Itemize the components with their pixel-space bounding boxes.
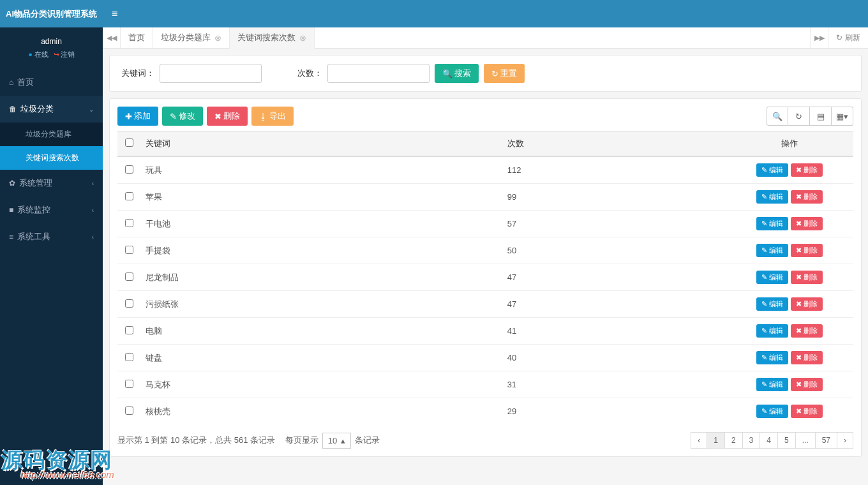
hamburger-icon[interactable]: ≡ bbox=[112, 8, 117, 20]
row-delete-button[interactable]: ✖删除 bbox=[791, 378, 823, 391]
nav-sysmon[interactable]: ■系统监控 ‹ bbox=[0, 197, 103, 223]
nav-garbage[interactable]: 🗑垃圾分类 ⌄ bbox=[0, 96, 103, 123]
page-‹[interactable]: ‹ bbox=[691, 432, 707, 449]
subnav-garbage-bank[interactable]: 垃圾分类题库 bbox=[0, 123, 103, 146]
reset-button[interactable]: ↻重置 bbox=[484, 64, 525, 83]
page-›[interactable]: › bbox=[837, 432, 853, 449]
page-57[interactable]: 57 bbox=[815, 432, 837, 449]
row-edit-button[interactable]: ✎编辑 bbox=[756, 378, 788, 391]
toolbar-search-icon[interactable]: 🔍 bbox=[767, 107, 788, 126]
tab-scroll-right[interactable]: ▶▶ bbox=[810, 27, 828, 48]
row-checkbox[interactable] bbox=[125, 219, 133, 227]
search-panel: 关键词： 次数： 🔍搜索 ↻重置 bbox=[109, 55, 862, 92]
export-button[interactable]: ⭳导出 bbox=[251, 107, 294, 126]
page-1[interactable]: 1 bbox=[707, 432, 725, 449]
row-edit-button[interactable]: ✎编辑 bbox=[756, 297, 788, 311]
nav-sysmgmt[interactable]: ✿系统管理 ‹ bbox=[0, 170, 103, 197]
cell-count: 40 bbox=[502, 345, 726, 371]
cell-keyword: 电脑 bbox=[140, 318, 502, 345]
cell-count: 47 bbox=[502, 291, 726, 318]
select-all-checkbox[interactable] bbox=[125, 138, 133, 147]
row-checkbox[interactable] bbox=[125, 272, 133, 281]
row-delete-button[interactable]: ✖删除 bbox=[791, 244, 823, 257]
keyword-input[interactable] bbox=[160, 64, 262, 83]
row-delete-button[interactable]: ✖删除 bbox=[791, 163, 823, 177]
row-delete-button[interactable]: ✖删除 bbox=[791, 351, 823, 364]
chevron-left-icon: ‹ bbox=[92, 234, 94, 241]
th-keyword[interactable]: 关键词 bbox=[140, 131, 502, 157]
close-icon: ✖ bbox=[796, 380, 802, 389]
cell-keyword: 干电池 bbox=[140, 211, 502, 237]
page-3[interactable]: 3 bbox=[742, 432, 761, 449]
subnav-keyword-count[interactable]: 关键词搜索次数 bbox=[0, 146, 103, 170]
close-icon: ✖ bbox=[796, 166, 802, 174]
close-icon[interactable]: ⊗ bbox=[299, 33, 306, 43]
delete-button[interactable]: ✖删除 bbox=[207, 107, 248, 126]
close-icon: ✖ bbox=[796, 220, 802, 228]
row-checkbox[interactable] bbox=[125, 299, 133, 308]
page-size-suffix: 条记录 bbox=[355, 435, 380, 446]
tab-garbage-bank[interactable]: 垃圾分类题库⊗ bbox=[153, 27, 230, 48]
toolbar-toggle-icon[interactable]: ▤ bbox=[810, 107, 832, 126]
row-edit-button[interactable]: ✎编辑 bbox=[756, 405, 788, 418]
cell-count: 29 bbox=[502, 398, 726, 425]
page-size-select[interactable]: 10▴ bbox=[322, 433, 351, 449]
tab-scroll-left[interactable]: ◀◀ bbox=[103, 27, 121, 48]
row-delete-button[interactable]: ✖删除 bbox=[791, 190, 823, 204]
refresh-icon: ↻ bbox=[836, 33, 842, 42]
chevron-left-icon: ‹ bbox=[92, 207, 94, 214]
row-edit-button[interactable]: ✎编辑 bbox=[756, 163, 788, 177]
count-input[interactable] bbox=[327, 64, 430, 83]
row-edit-button[interactable]: ✎编辑 bbox=[756, 271, 788, 284]
data-table: 关键词 次数 操作 玩具112✎编辑✖删除苹果99✎编辑✖删除干电池57✎编辑✖… bbox=[117, 131, 853, 424]
page-5[interactable]: 5 bbox=[777, 432, 796, 449]
nav-home[interactable]: ⌂首页 bbox=[0, 69, 103, 96]
row-delete-button[interactable]: ✖删除 bbox=[791, 217, 823, 230]
row-checkbox[interactable] bbox=[125, 192, 133, 200]
th-count[interactable]: 次数 bbox=[502, 131, 726, 157]
tab-home[interactable]: 首页 bbox=[121, 27, 153, 48]
nav-systool[interactable]: ≡系统工具 ‹ bbox=[0, 223, 103, 250]
cell-count: 99 bbox=[502, 184, 726, 211]
search-button[interactable]: 🔍搜索 bbox=[435, 64, 479, 83]
refresh-button[interactable]: ↻刷新 bbox=[828, 27, 868, 48]
row-delete-button[interactable]: ✖删除 bbox=[791, 297, 823, 311]
edit-icon: ✎ bbox=[761, 273, 767, 281]
add-button[interactable]: ✚添加 bbox=[117, 107, 158, 126]
row-delete-button[interactable]: ✖删除 bbox=[791, 324, 823, 338]
cell-count: 112 bbox=[502, 156, 726, 184]
user-name: admin bbox=[6, 37, 96, 46]
row-edit-button[interactable]: ✎编辑 bbox=[756, 351, 788, 364]
table-row: 键盘40✎编辑✖删除 bbox=[117, 345, 853, 371]
row-edit-button[interactable]: ✎编辑 bbox=[756, 217, 788, 230]
edit-icon: ✎ bbox=[761, 327, 767, 335]
row-edit-button[interactable]: ✎编辑 bbox=[756, 190, 788, 204]
row-delete-button[interactable]: ✖删除 bbox=[791, 405, 823, 418]
edit-button[interactable]: ✎修改 bbox=[162, 107, 203, 126]
row-checkbox[interactable] bbox=[125, 380, 133, 388]
cell-keyword: 污损纸张 bbox=[140, 291, 502, 318]
row-checkbox[interactable] bbox=[125, 326, 133, 334]
row-checkbox[interactable] bbox=[125, 407, 133, 415]
gear-icon: ✿ bbox=[9, 179, 15, 188]
row-checkbox[interactable] bbox=[125, 353, 133, 361]
topbar: ≡ bbox=[103, 0, 868, 27]
table-row: 电脑41✎编辑✖删除 bbox=[117, 318, 853, 345]
page-...[interactable]: ... bbox=[795, 432, 816, 449]
brand-title: AI物品分类识别管理系统 bbox=[0, 0, 103, 27]
row-checkbox[interactable] bbox=[125, 246, 133, 254]
page-4[interactable]: 4 bbox=[760, 432, 778, 449]
row-edit-button[interactable]: ✎编辑 bbox=[756, 244, 788, 257]
edit-icon: ✎ bbox=[761, 407, 767, 415]
keyword-label: 关键词： bbox=[121, 68, 154, 79]
toolbar-columns-icon[interactable]: ▦▾ bbox=[832, 107, 853, 126]
page-2[interactable]: 2 bbox=[724, 432, 743, 449]
logout-link[interactable]: 注销 bbox=[54, 50, 75, 59]
toolbar-refresh-icon[interactable]: ↻ bbox=[788, 107, 810, 126]
row-delete-button[interactable]: ✖删除 bbox=[791, 271, 823, 284]
page-size-label: 每页显示 bbox=[285, 435, 318, 446]
tab-keyword-count[interactable]: 关键词搜索次数⊗ bbox=[230, 27, 315, 48]
close-icon[interactable]: ⊗ bbox=[214, 33, 221, 43]
row-checkbox[interactable] bbox=[125, 165, 133, 174]
row-edit-button[interactable]: ✎编辑 bbox=[756, 324, 788, 338]
